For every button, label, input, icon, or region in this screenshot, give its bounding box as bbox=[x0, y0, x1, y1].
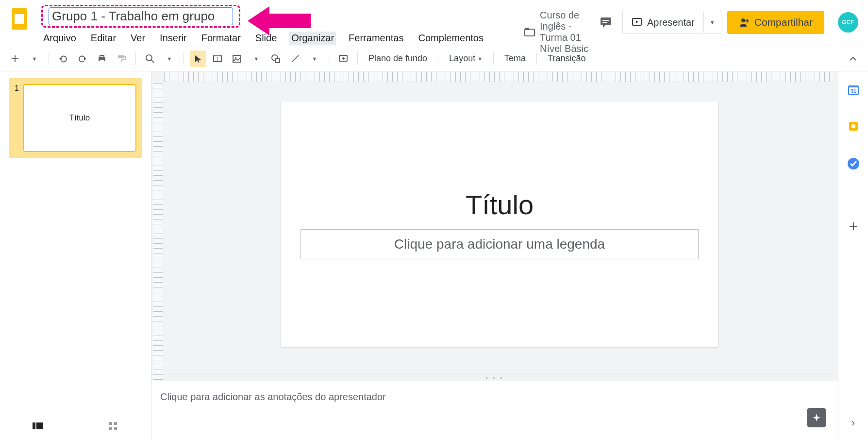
image-icon bbox=[232, 54, 242, 64]
image-dropdown[interactable]: ▼ bbox=[248, 51, 265, 67]
get-addons-button[interactable] bbox=[846, 219, 861, 234]
slide-canvas[interactable]: Título Clique para adicionar uma legenda bbox=[281, 101, 718, 347]
background-button[interactable]: Plano de fundo bbox=[364, 53, 432, 64]
chevron-down-icon: ▼ bbox=[312, 56, 317, 62]
menu-editar[interactable]: Editar bbox=[89, 32, 118, 45]
svg-text:31: 31 bbox=[850, 88, 856, 94]
share-button[interactable]: Compartilhar bbox=[727, 11, 824, 34]
svg-rect-4 bbox=[525, 28, 529, 30]
paint-format-button[interactable] bbox=[113, 51, 130, 67]
filmstrip-view-toggle bbox=[0, 412, 151, 439]
undo-button[interactable] bbox=[55, 51, 71, 67]
svg-point-11 bbox=[741, 18, 745, 22]
account-avatar[interactable]: GCF bbox=[838, 12, 858, 33]
undo-icon bbox=[58, 54, 68, 64]
svg-point-43 bbox=[851, 124, 855, 128]
new-slide-button[interactable] bbox=[7, 51, 23, 67]
present-button[interactable]: Apresentar bbox=[622, 11, 704, 34]
svg-rect-20 bbox=[118, 55, 124, 58]
line-dropdown[interactable]: ▼ bbox=[306, 51, 323, 67]
doc-title-input[interactable] bbox=[49, 7, 233, 25]
menu-arquivo[interactable]: Arquivo bbox=[41, 32, 78, 45]
svg-marker-10 bbox=[636, 20, 638, 23]
grid-view-button[interactable] bbox=[105, 418, 121, 434]
add-comment-icon bbox=[338, 54, 348, 64]
svg-rect-5 bbox=[601, 17, 611, 25]
comment-tool[interactable] bbox=[335, 51, 351, 67]
hide-sidepanel-button[interactable]: › bbox=[851, 417, 855, 429]
svg-marker-38 bbox=[813, 414, 820, 422]
explore-button[interactable] bbox=[807, 408, 826, 427]
line-tool[interactable] bbox=[287, 51, 303, 67]
slide-subtitle-placeholder[interactable]: Clique para adicionar uma legenda bbox=[300, 229, 699, 259]
image-tool[interactable] bbox=[229, 51, 245, 67]
svg-text:T: T bbox=[216, 56, 219, 62]
hide-menus-button[interactable] bbox=[845, 51, 861, 67]
person-plus-icon bbox=[739, 17, 750, 28]
toolbar-sep bbox=[329, 52, 329, 65]
chevron-down-icon: ▼ bbox=[167, 56, 172, 62]
speaker-notes[interactable]: Clique para adicionar as anotações do ap… bbox=[151, 381, 838, 439]
thumbnail-title: Título bbox=[69, 113, 90, 123]
keep-addon[interactable] bbox=[846, 119, 861, 135]
svg-marker-6 bbox=[603, 24, 606, 28]
slide-title-placeholder[interactable]: Título bbox=[466, 189, 534, 220]
textbox-icon: T bbox=[213, 54, 222, 64]
svg-rect-33 bbox=[36, 422, 43, 429]
horizontal-ruler[interactable] bbox=[164, 72, 833, 82]
plus-icon bbox=[11, 54, 19, 63]
select-tool[interactable] bbox=[190, 51, 206, 67]
svg-rect-36 bbox=[109, 427, 112, 430]
slide-number: 1 bbox=[15, 84, 19, 152]
shape-tool[interactable] bbox=[267, 51, 284, 67]
slide-thumbnail[interactable]: Título bbox=[23, 84, 136, 152]
layout-button[interactable]: Layout▼ bbox=[444, 53, 487, 64]
zoom-button[interactable] bbox=[142, 51, 158, 67]
textbox-tool[interactable]: T bbox=[209, 51, 226, 67]
print-icon bbox=[97, 54, 107, 64]
new-slide-dropdown[interactable]: ▼ bbox=[26, 51, 43, 67]
filmstrip-icon bbox=[32, 422, 44, 430]
open-comments-button[interactable] bbox=[595, 12, 617, 33]
toolbar-sep bbox=[357, 52, 358, 65]
sidepanel-divider bbox=[846, 195, 861, 195]
menu-ver[interactable]: Ver bbox=[129, 32, 147, 45]
folder-path-text: Curso de Inglês - Turma 01 Nível Básic bbox=[540, 10, 595, 54]
zoom-dropdown[interactable]: ▼ bbox=[161, 51, 178, 67]
transition-button[interactable]: Transição bbox=[543, 53, 590, 64]
svg-rect-18 bbox=[100, 55, 104, 57]
present-icon bbox=[632, 17, 642, 28]
redo-button[interactable] bbox=[74, 51, 91, 67]
filmstrip[interactable]: 1 Título bbox=[0, 71, 151, 439]
keep-icon bbox=[847, 120, 860, 133]
present-dropdown[interactable]: ▼ bbox=[704, 11, 721, 34]
print-button[interactable] bbox=[94, 51, 110, 67]
svg-rect-35 bbox=[114, 422, 117, 425]
cursor-icon bbox=[194, 54, 202, 63]
toolbar-sep bbox=[135, 52, 136, 65]
menu-inserir[interactable]: Inserir bbox=[158, 32, 189, 45]
filmstrip-view-button[interactable] bbox=[30, 418, 46, 434]
svg-rect-29 bbox=[275, 58, 280, 63]
redo-icon bbox=[78, 54, 87, 64]
svg-rect-8 bbox=[602, 22, 607, 23]
slides-logo[interactable] bbox=[10, 7, 29, 34]
toolbar: ▼ ▼ T ▼ ▼ Plano de fundo Layout▼ Tema Tr… bbox=[0, 46, 868, 71]
plus-icon bbox=[848, 221, 859, 232]
slide-thumbnail-selected[interactable]: 1 Título bbox=[9, 78, 142, 158]
calendar-addon[interactable]: 31 bbox=[846, 82, 861, 98]
folder-location[interactable]: Curso de Inglês - Turma 01 Nível Básic bbox=[524, 10, 595, 54]
shape-icon bbox=[271, 54, 281, 64]
menu-complementos[interactable]: Complementos bbox=[416, 32, 485, 45]
chevron-up-icon bbox=[849, 54, 857, 63]
explore-icon bbox=[812, 413, 821, 422]
tasks-addon[interactable] bbox=[846, 156, 861, 171]
layout-label: Layout bbox=[449, 53, 475, 64]
menu-ferramentas[interactable]: Ferramentas bbox=[347, 32, 405, 45]
svg-rect-32 bbox=[33, 422, 35, 429]
theme-button[interactable]: Tema bbox=[500, 53, 531, 64]
notes-splitter[interactable]: • • • bbox=[151, 374, 838, 381]
menu-formatar[interactable]: Formatar bbox=[200, 32, 243, 45]
share-label: Compartilhar bbox=[754, 17, 813, 28]
toolbar-sep bbox=[536, 52, 537, 65]
